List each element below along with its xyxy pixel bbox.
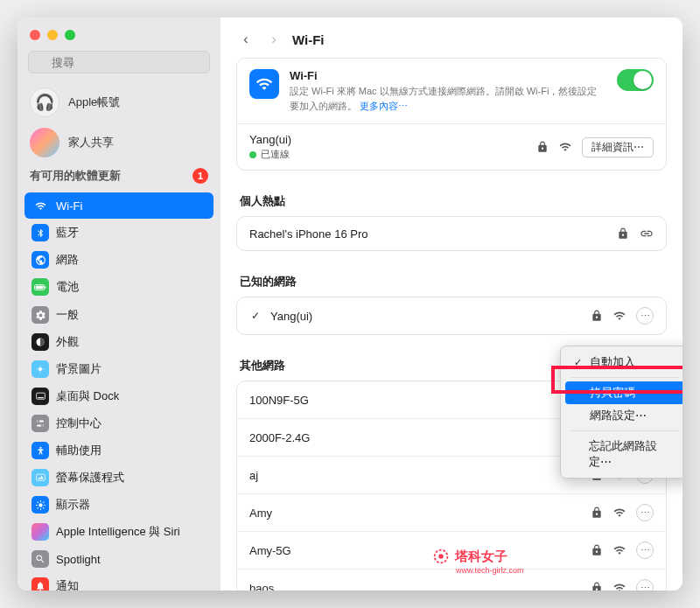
sidebar-item-display[interactable]: 顯示器 <box>24 492 214 518</box>
apple-account-row[interactable]: 🎧 Apple帳號 <box>18 82 220 122</box>
main-content: ‹ › Wi-Fi Wi-Fi 設定 Wi-Fi 來將 Mac 以無線方式連接網… <box>220 17 682 591</box>
svg-point-13 <box>38 503 42 507</box>
traffic-lights <box>18 17 220 47</box>
wifi-toggle[interactable] <box>617 69 654 91</box>
svg-point-9 <box>38 420 40 423</box>
known-section-title: 已知的網路 <box>236 262 667 297</box>
avatar: 🎧 <box>30 87 60 117</box>
sidebar: 🎧 Apple帳號 家人共享 有可用的軟體更新 1 Wi-Fi 藍牙 網路 <box>18 17 220 591</box>
sidebar-item-screensaver[interactable]: 螢幕保護程式 <box>24 465 214 491</box>
hero-title: Wi-Fi <box>290 69 606 82</box>
hero-desc: 設定 Wi-Fi 來將 Mac 以無線方式連接網際網路。請開啟 Wi-Fi，然後… <box>290 84 606 113</box>
current-network-name: Yang(ui) <box>249 133 536 146</box>
details-button[interactable]: 詳細資訊⋯ <box>582 137 654 157</box>
hotspot-card: Rachel's iPhone 16 Pro <box>236 216 667 251</box>
sidebar-label: Spotlight <box>56 553 101 566</box>
wifi-icon <box>32 197 49 214</box>
sidebar-label: 通知 <box>56 578 79 591</box>
more-options-button[interactable]: ⋯ <box>636 542 654 559</box>
network-name: 100N9F-5G <box>249 394 582 407</box>
more-link[interactable]: 更多內容⋯ <box>360 101 408 111</box>
back-button[interactable]: ‹ <box>236 30 256 49</box>
sidebar-item-dock[interactable]: 桌面與 Dock <box>24 383 214 409</box>
search-input[interactable] <box>28 51 210 73</box>
header: ‹ › Wi-Fi <box>220 17 682 58</box>
appearance-icon <box>32 333 49 351</box>
network-name: Amy <box>249 507 582 520</box>
sidebar-label: 網路 <box>56 252 79 268</box>
svg-rect-6 <box>38 397 44 398</box>
spotlight-icon <box>32 550 49 568</box>
sidebar-label: Apple Intelligence 與 Siri <box>56 524 180 540</box>
content-scroll[interactable]: Wi-Fi 設定 Wi-Fi 來將 Mac 以無線方式連接網際網路。請開啟 Wi… <box>220 58 682 591</box>
sidebar-item-appearance[interactable]: 外觀 <box>24 329 214 355</box>
network-context-menu: ✓自動加入 拷貝密碼 網路設定⋯ 忘記此網路設定⋯ <box>560 346 682 479</box>
network-name: Amy-5G <box>249 544 582 557</box>
network-name: baos <box>249 582 582 591</box>
forward-button[interactable]: › <box>264 30 284 49</box>
svg-point-15 <box>438 554 444 559</box>
more-options-button[interactable]: ⋯ <box>636 504 654 521</box>
display-icon <box>32 496 49 514</box>
connection-status: 已連線 <box>249 148 536 161</box>
hotspot-section-title: 個人熱點 <box>236 181 667 216</box>
watermark-icon <box>431 547 451 566</box>
page-title: Wi-Fi <box>292 32 325 47</box>
sidebar-item-bluetooth[interactable]: 藍牙 <box>24 220 214 246</box>
network-row[interactable]: baos ⋯ <box>237 570 666 591</box>
maximize-button[interactable] <box>65 30 75 40</box>
watermark: 塔科女子 www.tech-girlz.com <box>431 547 508 566</box>
sidebar-label: 一般 <box>56 307 79 323</box>
network-row[interactable]: ✓ Yang(ui) ⋯ <box>237 297 666 334</box>
sidebar-item-notifications[interactable]: 通知 <box>24 573 214 591</box>
wifi-signal-icon <box>559 141 571 153</box>
minimize-button[interactable] <box>47 30 58 40</box>
more-options-button[interactable]: ⋯ <box>636 307 654 325</box>
lock-icon <box>591 310 603 322</box>
menu-forget-network[interactable]: 忘記此網路設定⋯ <box>565 435 682 473</box>
sidebar-item-spotlight[interactable]: Spotlight <box>24 546 214 572</box>
sidebar-item-wifi[interactable]: Wi-Fi <box>24 192 214 219</box>
apple-account-label: Apple帳號 <box>68 94 120 110</box>
family-sharing-row[interactable]: 家人共享 <box>18 122 220 163</box>
check-icon: ✓ <box>249 310 262 322</box>
network-name: Yang(ui) <box>270 310 582 323</box>
updates-badge: 1 <box>192 168 208 184</box>
sidebar-label: 電池 <box>56 279 79 295</box>
software-update-row[interactable]: 有可用的軟體更新 1 <box>18 163 220 189</box>
gear-icon <box>32 306 49 324</box>
screensaver-icon <box>32 469 49 486</box>
sidebar-item-network[interactable]: 網路 <box>24 247 214 273</box>
sidebar-item-wallpaper[interactable]: 背景圖片 <box>24 356 214 382</box>
network-name: aj <box>249 469 582 482</box>
wifi-signal-icon <box>613 507 626 519</box>
sidebar-label: 控制中心 <box>56 416 102 431</box>
hotspot-link-icon <box>640 227 654 241</box>
wifi-hero-icon <box>249 69 279 99</box>
menu-network-settings[interactable]: 網路設定⋯ <box>565 404 682 427</box>
siri-icon <box>32 523 49 541</box>
sidebar-item-accessibility[interactable]: 輔助使用 <box>24 437 214 464</box>
control-center-icon <box>32 415 49 432</box>
notifications-icon <box>32 577 49 591</box>
wallpaper-icon <box>32 360 49 378</box>
family-label: 家人共享 <box>68 135 114 150</box>
close-button[interactable] <box>30 30 40 40</box>
hotspot-row[interactable]: Rachel's iPhone 16 Pro <box>237 217 666 250</box>
sidebar-item-control-center[interactable]: 控制中心 <box>24 410 214 437</box>
more-options-button[interactable]: ⋯ <box>636 579 654 591</box>
hotspot-name: Rachel's iPhone 16 Pro <box>249 227 608 241</box>
network-row[interactable]: Amy ⋯ <box>237 494 666 532</box>
search-box[interactable] <box>28 51 210 73</box>
sidebar-label: 桌面與 Dock <box>56 388 119 404</box>
sidebar-item-siri[interactable]: Apple Intelligence 與 Siri <box>24 519 214 545</box>
dock-icon <box>32 388 49 405</box>
menu-auto-join[interactable]: ✓自動加入 <box>565 351 682 374</box>
svg-rect-2 <box>36 285 44 289</box>
lock-icon <box>591 582 603 591</box>
sidebar-item-general[interactable]: 一般 <box>24 302 214 328</box>
sidebar-item-battery[interactable]: 電池 <box>24 274 214 300</box>
menu-copy-password[interactable]: 拷貝密碼 <box>565 381 682 404</box>
sidebar-label: 藍牙 <box>56 225 79 241</box>
svg-point-11 <box>39 446 41 448</box>
